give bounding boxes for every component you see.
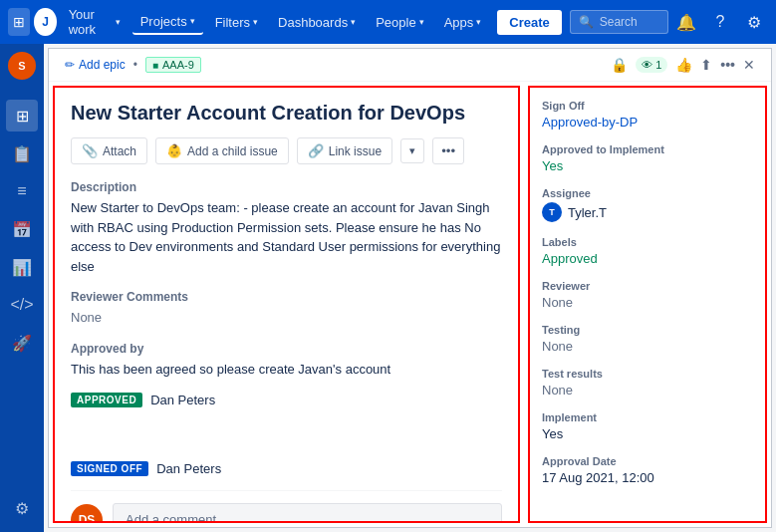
approved-to-implement-field: Approved to Implement Yes bbox=[542, 143, 753, 173]
assignee-avatar: T bbox=[542, 202, 562, 222]
top-navigation: ⊞ J Your work ▾ Projects ▾ Filters ▾ Das… bbox=[0, 0, 776, 44]
sidebar-settings-icon[interactable]: ⚙ bbox=[6, 492, 38, 524]
link-icon: 🔗 bbox=[308, 143, 324, 158]
sidebar-home-icon[interactable]: ⊞ bbox=[6, 100, 38, 132]
reviewer-field: Reviewer None bbox=[542, 280, 753, 310]
description-label: Description bbox=[71, 180, 502, 194]
approved-badge-row: APPROVED Dan Peters bbox=[71, 393, 502, 407]
issue-wrapper: New Starter Account Creation for DevOps … bbox=[49, 82, 771, 527]
share-icon[interactable]: ⬆ bbox=[700, 57, 712, 73]
approval-date-field: Approval Date 17 Aug 2021, 12:00 bbox=[542, 455, 753, 485]
child-icon: 👶 bbox=[166, 143, 182, 158]
approval-date-value: 17 Aug 2021, 12:00 bbox=[542, 470, 753, 485]
grid-icon[interactable]: ⊞ bbox=[8, 8, 30, 36]
reviewer-comments-value: None bbox=[71, 308, 502, 328]
dashboards-nav[interactable]: Dashboards ▾ bbox=[270, 11, 364, 34]
breadcrumb: ✏ Add epic • ■ AAA-9 🔒 👁 1 👍 ⬆ ••• ✕ bbox=[49, 49, 771, 82]
assignee-row: T Tyler.T bbox=[542, 202, 753, 222]
sign-off-value[interactable]: Approved-by-DP bbox=[542, 115, 753, 130]
more-options-button[interactable]: ••• bbox=[432, 137, 464, 164]
left-sidebar: S ⊞ 📋 ≡ 📅 📊 </> 🚀 ⚙ bbox=[0, 44, 44, 532]
reviewer-value: None bbox=[542, 295, 753, 310]
close-icon[interactable]: ✕ bbox=[743, 57, 755, 73]
approved-by-text: This has been agreed so please create Ja… bbox=[71, 360, 502, 380]
approved-by-label: Approved by bbox=[71, 342, 502, 356]
assignee-label: Assignee bbox=[542, 187, 753, 199]
testing-field: Testing None bbox=[542, 324, 753, 354]
filters-nav[interactable]: Filters ▾ bbox=[207, 11, 266, 34]
create-button[interactable]: Create bbox=[497, 10, 561, 35]
commenter-avatar: DS bbox=[71, 504, 103, 524]
sidebar-backlog-icon[interactable]: ≡ bbox=[6, 175, 38, 207]
link-dropdown-button[interactable]: ▾ bbox=[400, 138, 424, 163]
sidebar-code-icon[interactable]: </> bbox=[6, 289, 38, 321]
sidebar-board-icon[interactable]: 📋 bbox=[6, 137, 38, 169]
apps-nav[interactable]: Apps ▾ bbox=[436, 11, 490, 34]
projects-nav[interactable]: Projects ▾ bbox=[132, 10, 203, 35]
nav-actions: 🔔 ? ⚙ bbox=[672, 8, 768, 36]
issue-panel: ✏ Add epic • ■ AAA-9 🔒 👁 1 👍 ⬆ ••• ✕ bbox=[48, 48, 772, 528]
implement-value: Yes bbox=[542, 426, 753, 441]
more-actions-icon[interactable]: ••• bbox=[720, 57, 735, 73]
labels-field: Labels Approved bbox=[542, 236, 753, 266]
sidebar-timeline-icon[interactable]: 📅 bbox=[6, 213, 38, 245]
labels-label: Labels bbox=[542, 236, 753, 248]
approved-person-name: Dan Peters bbox=[150, 393, 215, 407]
sign-off-label: Sign Off bbox=[542, 100, 753, 112]
sign-off-field: Sign Off Approved-by-DP bbox=[542, 100, 753, 130]
add-child-issue-button[interactable]: 👶 Add a child issue bbox=[155, 137, 289, 164]
comment-input[interactable]: Add a comment... bbox=[113, 503, 502, 523]
search-icon: 🔍 bbox=[579, 15, 594, 29]
chevron-down-icon: ▾ bbox=[190, 16, 195, 26]
search-bar[interactable]: 🔍 Search bbox=[570, 10, 668, 34]
assignee-field: Assignee T Tyler.T bbox=[542, 187, 753, 222]
add-epic-link[interactable]: ✏ Add epic bbox=[65, 58, 126, 72]
issue-actions-bar: 📎 Attach 👶 Add a child issue 🔗 Link issu… bbox=[71, 137, 502, 164]
chevron-down-icon: ▾ bbox=[351, 17, 356, 27]
issue-main-content: New Starter Account Creation for DevOps … bbox=[53, 86, 520, 523]
watch-badge[interactable]: 👁 1 bbox=[636, 57, 667, 73]
issue-key-badge[interactable]: ■ AAA-9 bbox=[145, 57, 201, 73]
sidebar-reports-icon[interactable]: 📊 bbox=[6, 251, 38, 283]
signed-off-badge-row: SIGNED OFF Dan Peters bbox=[71, 461, 502, 476]
user-avatar[interactable]: S bbox=[8, 52, 36, 80]
people-nav[interactable]: People ▾ bbox=[368, 11, 431, 34]
test-results-value: None bbox=[542, 383, 753, 398]
approved-badge: APPROVED bbox=[71, 393, 142, 407]
thumbs-up-icon[interactable]: 👍 bbox=[675, 57, 692, 73]
approval-date-label: Approval Date bbox=[542, 455, 753, 467]
signed-off-badge: SIGNED OFF bbox=[71, 461, 148, 476]
testing-value: None bbox=[542, 339, 753, 354]
comment-area: DS Add a comment... bbox=[71, 503, 502, 523]
issue-title: New Starter Account Creation for DevOps bbox=[71, 100, 502, 126]
sidebar-releases-icon[interactable]: 🚀 bbox=[6, 327, 38, 359]
pencil-icon: ✏ bbox=[65, 58, 75, 72]
signed-off-person-name: Dan Peters bbox=[156, 461, 221, 476]
approved-to-implement-label: Approved to Implement bbox=[542, 143, 753, 155]
testing-label: Testing bbox=[542, 324, 753, 336]
settings-icon[interactable]: ⚙ bbox=[740, 8, 768, 36]
test-results-field: Test results None bbox=[542, 368, 753, 398]
chevron-down-icon: ▾ bbox=[253, 17, 258, 27]
reviewer-comments-label: Reviewer Comments bbox=[71, 290, 502, 304]
link-issue-button[interactable]: 🔗 Link issue bbox=[297, 137, 392, 164]
labels-value[interactable]: Approved bbox=[542, 251, 753, 266]
eye-icon: 👁 bbox=[642, 59, 652, 71]
notification-icon[interactable]: 🔔 bbox=[672, 8, 700, 36]
paperclip-icon: 📎 bbox=[82, 143, 98, 158]
implement-label: Implement bbox=[542, 411, 753, 423]
reviewer-label: Reviewer bbox=[542, 280, 753, 292]
approved-to-implement-value[interactable]: Yes bbox=[542, 158, 753, 173]
chevron-down-icon: ▾ bbox=[116, 17, 121, 27]
help-icon[interactable]: ? bbox=[706, 8, 734, 36]
jira-logo[interactable]: J bbox=[34, 8, 56, 36]
assignee-name[interactable]: Tyler.T bbox=[568, 205, 607, 220]
main-layout: S ⊞ 📋 ≡ 📅 📊 </> 🚀 ⚙ ✏ Add epic • ■ AAA-9 bbox=[0, 44, 776, 532]
issue-sidebar: Sign Off Approved-by-DP Approved to Impl… bbox=[528, 86, 767, 523]
implement-field: Implement Yes bbox=[542, 411, 753, 441]
your-work-nav[interactable]: Your work ▾ bbox=[61, 3, 129, 41]
lock-icon[interactable]: 🔒 bbox=[611, 57, 628, 73]
attach-button[interactable]: 📎 Attach bbox=[71, 137, 147, 164]
chevron-down-icon: ▾ bbox=[419, 17, 424, 27]
test-results-label: Test results bbox=[542, 368, 753, 380]
